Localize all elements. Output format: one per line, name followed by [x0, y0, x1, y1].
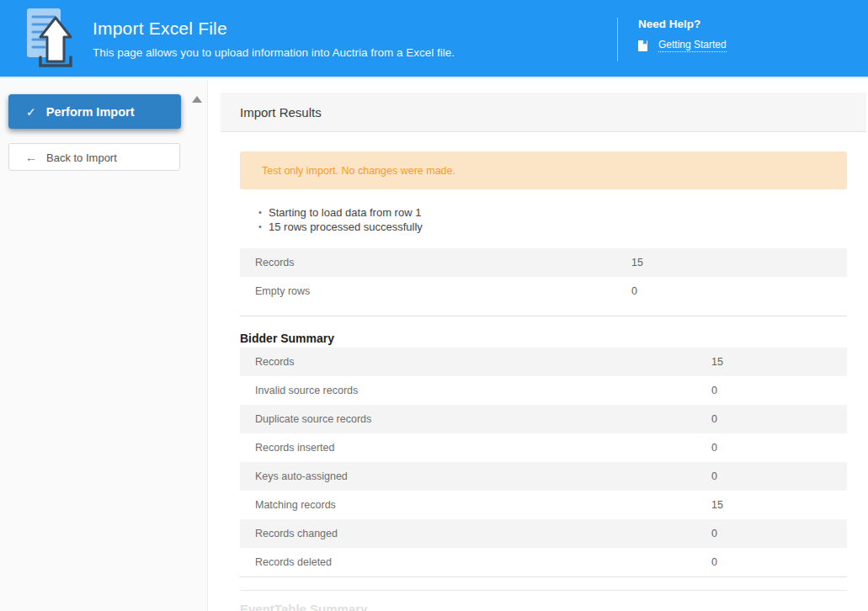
- table-row: Matching records15: [240, 491, 847, 519]
- back-to-import-label: Back to Import: [46, 151, 117, 164]
- row-value: 0: [711, 442, 847, 454]
- table-row: Empty rows0: [240, 277, 847, 306]
- table-row: Records15: [240, 348, 847, 376]
- help-title: Need Help?: [638, 18, 727, 30]
- row-value: 0: [631, 285, 847, 297]
- sidebar: ✓Perform Import ←Back to Import: [0, 80, 208, 611]
- row-label: Invalid source records: [240, 385, 711, 396]
- row-value: 0: [711, 528, 847, 539]
- import-message-list: Starting to load data from row 115 rows …: [258, 205, 847, 234]
- page-title: Import Excel File: [93, 19, 455, 39]
- import-results-panel: Import Results Test only import. No chan…: [221, 93, 866, 611]
- left-arrow-icon: ←: [25, 151, 37, 164]
- app-window: Import Excel File This page allows you t…: [0, 0, 868, 611]
- row-value: 15: [711, 499, 847, 511]
- bidder-summary-title: Bidder Summary: [240, 332, 847, 345]
- table-row: Duplicate source records0: [240, 405, 847, 433]
- row-label: Records: [240, 356, 711, 368]
- row-label: Records changed: [240, 528, 711, 539]
- message-item: Starting to load data from row 1: [258, 205, 847, 220]
- row-value: 15: [711, 356, 847, 368]
- page-header: Import Excel File This page allows you t…: [0, 0, 868, 78]
- panel-header: Import Results: [221, 93, 866, 132]
- perform-import-label: Perform Import: [46, 105, 135, 119]
- row-value: 0: [711, 470, 847, 482]
- section-separator: [240, 590, 847, 591]
- header-titles: Import Excel File This page allows you t…: [93, 19, 455, 59]
- row-value: 15: [631, 257, 847, 268]
- table-row: Records changed0: [240, 519, 847, 548]
- message-item: 15 rows processed successfully: [258, 220, 847, 234]
- eventtable-summary-title: EventTable Summary: [240, 602, 847, 611]
- row-label: Records deleted: [240, 556, 711, 568]
- panel-title: Import Results: [240, 105, 322, 120]
- row-label: Records: [240, 257, 631, 268]
- row-label: Keys auto-assigned: [240, 470, 711, 482]
- table-row: Records deleted0: [240, 548, 847, 576]
- table-row: Invalid source records0: [240, 376, 847, 405]
- page-subtitle: This page allows you to upload informati…: [93, 46, 455, 59]
- book-icon: [638, 40, 647, 51]
- warning-banner: Test only import. No changes were made.: [240, 151, 847, 189]
- checkmark-icon: ✓: [26, 105, 36, 119]
- row-label: Duplicate source records: [240, 413, 711, 425]
- perform-import-button[interactable]: ✓Perform Import: [8, 94, 181, 129]
- overall-summary-table: Records15Empty rows0: [240, 248, 847, 306]
- table-row: Records inserted0: [240, 433, 847, 462]
- row-value: 0: [711, 556, 847, 568]
- row-label: Records inserted: [240, 442, 711, 454]
- row-label: Matching records: [240, 499, 711, 511]
- help-block: Need Help? Getting Started: [617, 18, 727, 61]
- triangle-up-icon[interactable]: [192, 96, 202, 103]
- panel-body: Test only import. No changes were made. …: [221, 151, 866, 611]
- table-row: Keys auto-assigned0: [240, 462, 847, 491]
- table-row: Records15: [240, 248, 847, 277]
- row-value: 0: [711, 413, 847, 425]
- row-value: 0: [711, 385, 847, 396]
- table-divider: [240, 306, 847, 316]
- document-upload-icon: [22, 7, 76, 71]
- getting-started-link[interactable]: Getting Started: [658, 39, 727, 52]
- bidder-summary-table: Records15Invalid source records0Duplicat…: [240, 348, 847, 577]
- row-label: Empty rows: [240, 285, 631, 297]
- back-to-import-button[interactable]: ←Back to Import: [8, 143, 180, 171]
- warning-text: Test only import. No changes were made.: [262, 165, 455, 177]
